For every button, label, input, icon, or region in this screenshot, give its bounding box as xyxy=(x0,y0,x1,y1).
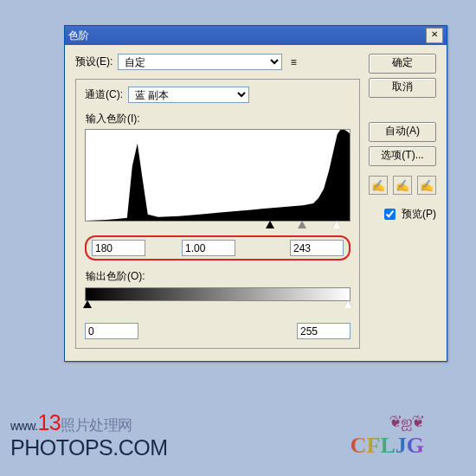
output-gradient xyxy=(85,287,351,301)
preview-checkbox[interactable] xyxy=(384,209,396,220)
shadow-slider-icon[interactable] xyxy=(266,221,274,228)
close-button[interactable]: ✕ xyxy=(426,28,443,43)
input-slider[interactable] xyxy=(85,221,351,233)
channel-select[interactable]: 蓝 副本 xyxy=(128,87,249,103)
output-slider[interactable] xyxy=(85,300,351,312)
highlight-slider-icon[interactable] xyxy=(332,221,341,228)
decoration-icon: ❦ஐ❦ xyxy=(389,413,424,431)
out-shadow-slider-icon[interactable] xyxy=(83,300,92,308)
auto-button[interactable]: 自动(A) xyxy=(369,122,436,142)
levels-fieldset: 通道(C): 蓝 副本 输入色阶(I): xyxy=(75,79,360,349)
watermark-brand: CFLJG xyxy=(351,433,424,459)
output-highlight-field[interactable] xyxy=(297,323,351,339)
preset-select[interactable]: 自定 xyxy=(118,54,282,70)
input-levels-label: 输入色阶(I): xyxy=(86,112,351,126)
channel-label: 通道(C): xyxy=(85,87,123,102)
midtone-slider-icon[interactable] xyxy=(298,221,306,228)
cancel-button[interactable]: 取消 xyxy=(369,78,436,98)
watermark-photops: www.13照片处理网 PHOTOPS.COM xyxy=(10,410,168,460)
histogram xyxy=(85,129,351,222)
levels-dialog: 色阶 ✕ 预设(E): 自定 ≡ 通道(C): 蓝 副本 输入色阶(I): xyxy=(64,25,447,362)
preview-label: 预览(P) xyxy=(402,207,436,222)
input-highlight-field[interactable] xyxy=(290,240,344,256)
preset-menu-icon[interactable]: ≡ xyxy=(287,56,299,68)
eyedropper-gray-icon[interactable]: ✍ xyxy=(393,176,412,195)
preset-label: 预设(E): xyxy=(75,55,113,69)
svg-marker-0 xyxy=(86,130,350,221)
output-levels-label: 输出色阶(O): xyxy=(86,269,351,284)
dialog-titlebar[interactable]: 色阶 ✕ xyxy=(65,26,447,45)
input-values-highlight xyxy=(85,235,351,261)
options-button[interactable]: 选项(T)... xyxy=(369,146,436,166)
output-shadow-field[interactable] xyxy=(85,323,138,339)
eyedropper-white-icon[interactable]: ✍ xyxy=(417,176,436,195)
input-mid-field[interactable] xyxy=(182,240,235,256)
ok-button[interactable]: 确定 xyxy=(369,54,436,74)
dialog-title: 色阶 xyxy=(68,26,89,45)
eyedropper-black-icon[interactable]: ✍ xyxy=(369,176,388,195)
out-highlight-slider-icon[interactable] xyxy=(344,300,352,308)
input-shadow-field[interactable] xyxy=(92,240,145,256)
